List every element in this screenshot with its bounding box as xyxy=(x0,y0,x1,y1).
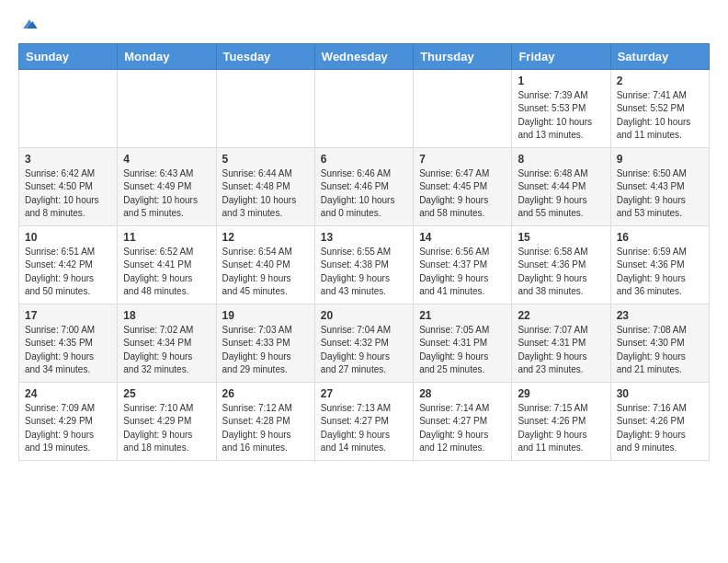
day-info: Sunrise: 7:05 AM Sunset: 4:31 PM Dayligh… xyxy=(419,324,506,377)
day-number: 2 xyxy=(617,75,703,87)
day-info: Sunrise: 6:59 AM Sunset: 4:36 PM Dayligh… xyxy=(617,246,703,299)
day-number: 20 xyxy=(321,309,407,322)
calendar-body: 1Sunrise: 7:39 AM Sunset: 5:53 PM Daylig… xyxy=(19,69,710,460)
day-info: Sunrise: 6:42 AM Sunset: 4:50 PM Dayligh… xyxy=(25,167,111,221)
day-info: Sunrise: 6:55 AM Sunset: 4:38 PM Dayligh… xyxy=(321,246,407,299)
day-info: Sunrise: 6:54 AM Sunset: 4:40 PM Dayligh… xyxy=(222,246,309,299)
day-info: Sunrise: 7:14 AM Sunset: 4:27 PM Dayligh… xyxy=(419,402,506,455)
day-cell: 18Sunrise: 7:02 AM Sunset: 4:34 PM Dayli… xyxy=(118,304,216,382)
header-wednesday: Wednesday xyxy=(314,43,413,69)
day-info: Sunrise: 7:03 AM Sunset: 4:33 PM Dayligh… xyxy=(222,324,309,377)
day-cell xyxy=(19,69,118,147)
day-cell: 27Sunrise: 7:13 AM Sunset: 4:27 PM Dayli… xyxy=(314,382,413,460)
day-info: Sunrise: 6:47 AM Sunset: 4:45 PM Dayligh… xyxy=(419,167,506,221)
day-number: 13 xyxy=(321,231,407,244)
day-info: Sunrise: 7:39 AM Sunset: 5:53 PM Dayligh… xyxy=(518,89,604,143)
day-info: Sunrise: 7:12 AM Sunset: 4:28 PM Dayligh… xyxy=(222,402,309,455)
day-info: Sunrise: 6:48 AM Sunset: 4:44 PM Dayligh… xyxy=(518,167,604,221)
day-number: 4 xyxy=(123,153,210,166)
day-info: Sunrise: 6:51 AM Sunset: 4:42 PM Dayligh… xyxy=(25,246,111,299)
day-cell: 23Sunrise: 7:08 AM Sunset: 4:30 PM Dayli… xyxy=(610,304,709,382)
week-row-0: 1Sunrise: 7:39 AM Sunset: 5:53 PM Daylig… xyxy=(19,69,710,147)
day-cell: 5Sunrise: 6:44 AM Sunset: 4:48 PM Daylig… xyxy=(216,147,314,225)
day-cell: 30Sunrise: 7:16 AM Sunset: 4:26 PM Dayli… xyxy=(610,382,709,460)
day-number: 9 xyxy=(617,153,703,166)
day-info: Sunrise: 7:13 AM Sunset: 4:27 PM Dayligh… xyxy=(321,402,407,455)
day-number: 7 xyxy=(419,153,506,166)
day-cell xyxy=(314,69,413,147)
calendar-table: SundayMondayTuesdayWednesdayThursdayFrid… xyxy=(18,43,710,461)
day-cell: 19Sunrise: 7:03 AM Sunset: 4:33 PM Dayli… xyxy=(216,304,314,382)
day-info: Sunrise: 6:44 AM Sunset: 4:48 PM Dayligh… xyxy=(222,167,309,221)
day-info: Sunrise: 6:56 AM Sunset: 4:37 PM Dayligh… xyxy=(419,246,506,299)
header-thursday: Thursday xyxy=(414,43,512,69)
day-info: Sunrise: 7:09 AM Sunset: 4:29 PM Dayligh… xyxy=(25,402,111,455)
day-number: 29 xyxy=(518,387,604,400)
day-cell: 9Sunrise: 6:50 AM Sunset: 4:43 PM Daylig… xyxy=(610,147,709,225)
week-row-1: 3Sunrise: 6:42 AM Sunset: 4:50 PM Daylig… xyxy=(19,147,710,225)
day-info: Sunrise: 7:16 AM Sunset: 4:26 PM Dayligh… xyxy=(617,402,703,455)
week-row-2: 10Sunrise: 6:51 AM Sunset: 4:42 PM Dayli… xyxy=(19,225,710,304)
day-info: Sunrise: 7:00 AM Sunset: 4:35 PM Dayligh… xyxy=(25,324,111,377)
day-cell: 22Sunrise: 7:07 AM Sunset: 4:31 PM Dayli… xyxy=(512,304,610,382)
day-cell xyxy=(216,69,314,147)
day-cell: 24Sunrise: 7:09 AM Sunset: 4:29 PM Dayli… xyxy=(19,382,118,460)
day-info: Sunrise: 7:08 AM Sunset: 4:30 PM Dayligh… xyxy=(617,324,703,377)
day-info: Sunrise: 7:04 AM Sunset: 4:32 PM Dayligh… xyxy=(321,324,407,377)
day-info: Sunrise: 6:46 AM Sunset: 4:46 PM Dayligh… xyxy=(321,167,407,221)
day-cell: 15Sunrise: 6:58 AM Sunset: 4:36 PM Dayli… xyxy=(512,225,610,304)
day-number: 28 xyxy=(419,387,506,400)
week-row-3: 17Sunrise: 7:00 AM Sunset: 4:35 PM Dayli… xyxy=(19,304,710,382)
day-number: 15 xyxy=(518,231,604,244)
day-number: 24 xyxy=(25,387,111,400)
day-number: 12 xyxy=(222,231,309,244)
day-cell: 25Sunrise: 7:10 AM Sunset: 4:29 PM Dayli… xyxy=(118,382,216,460)
day-cell: 8Sunrise: 6:48 AM Sunset: 4:44 PM Daylig… xyxy=(512,147,610,225)
day-number: 22 xyxy=(518,309,604,322)
header-tuesday: Tuesday xyxy=(216,43,314,69)
day-number: 8 xyxy=(518,153,604,166)
header-monday: Monday xyxy=(118,43,216,69)
day-cell: 6Sunrise: 6:46 AM Sunset: 4:46 PM Daylig… xyxy=(314,147,413,225)
day-number: 3 xyxy=(25,153,111,166)
header-saturday: Saturday xyxy=(610,43,709,69)
day-cell xyxy=(118,69,216,147)
day-number: 10 xyxy=(25,231,111,244)
day-info: Sunrise: 6:50 AM Sunset: 4:43 PM Dayligh… xyxy=(617,167,703,221)
day-info: Sunrise: 7:15 AM Sunset: 4:26 PM Dayligh… xyxy=(518,402,604,455)
day-number: 23 xyxy=(617,309,703,322)
day-number: 14 xyxy=(419,231,506,244)
day-info: Sunrise: 6:52 AM Sunset: 4:41 PM Dayligh… xyxy=(123,246,210,299)
day-info: Sunrise: 7:07 AM Sunset: 4:31 PM Dayligh… xyxy=(518,324,604,377)
day-number: 6 xyxy=(321,153,407,166)
day-cell: 10Sunrise: 6:51 AM Sunset: 4:42 PM Dayli… xyxy=(19,225,118,304)
day-cell: 29Sunrise: 7:15 AM Sunset: 4:26 PM Dayli… xyxy=(512,382,610,460)
day-number: 27 xyxy=(321,387,407,400)
day-info: Sunrise: 6:58 AM Sunset: 4:36 PM Dayligh… xyxy=(518,246,604,299)
day-number: 5 xyxy=(222,153,309,166)
header-sunday: Sunday xyxy=(19,43,118,69)
day-cell: 26Sunrise: 7:12 AM Sunset: 4:28 PM Dayli… xyxy=(216,382,314,460)
calendar-header: SundayMondayTuesdayWednesdayThursdayFrid… xyxy=(19,43,710,69)
day-cell: 17Sunrise: 7:00 AM Sunset: 4:35 PM Dayli… xyxy=(19,304,118,382)
day-cell: 14Sunrise: 6:56 AM Sunset: 4:37 PM Dayli… xyxy=(414,225,512,304)
day-number: 17 xyxy=(25,309,111,322)
day-number: 18 xyxy=(123,309,210,322)
day-cell: 11Sunrise: 6:52 AM Sunset: 4:41 PM Dayli… xyxy=(118,225,216,304)
day-number: 25 xyxy=(123,387,210,400)
day-number: 16 xyxy=(617,231,703,244)
day-number: 30 xyxy=(617,387,703,400)
day-number: 1 xyxy=(518,75,604,87)
day-cell: 4Sunrise: 6:43 AM Sunset: 4:49 PM Daylig… xyxy=(118,147,216,225)
day-info: Sunrise: 7:02 AM Sunset: 4:34 PM Dayligh… xyxy=(123,324,210,377)
day-cell: 1Sunrise: 7:39 AM Sunset: 5:53 PM Daylig… xyxy=(512,69,610,147)
logo xyxy=(18,15,39,38)
week-row-4: 24Sunrise: 7:09 AM Sunset: 4:29 PM Dayli… xyxy=(19,382,710,460)
logo-icon xyxy=(20,15,39,33)
day-cell: 16Sunrise: 6:59 AM Sunset: 4:36 PM Dayli… xyxy=(610,225,709,304)
day-cell: 20Sunrise: 7:04 AM Sunset: 4:32 PM Dayli… xyxy=(314,304,413,382)
day-cell: 13Sunrise: 6:55 AM Sunset: 4:38 PM Dayli… xyxy=(314,225,413,304)
day-cell: 28Sunrise: 7:14 AM Sunset: 4:27 PM Dayli… xyxy=(414,382,512,460)
day-info: Sunrise: 7:10 AM Sunset: 4:29 PM Dayligh… xyxy=(123,402,210,455)
day-cell: 21Sunrise: 7:05 AM Sunset: 4:31 PM Dayli… xyxy=(414,304,512,382)
